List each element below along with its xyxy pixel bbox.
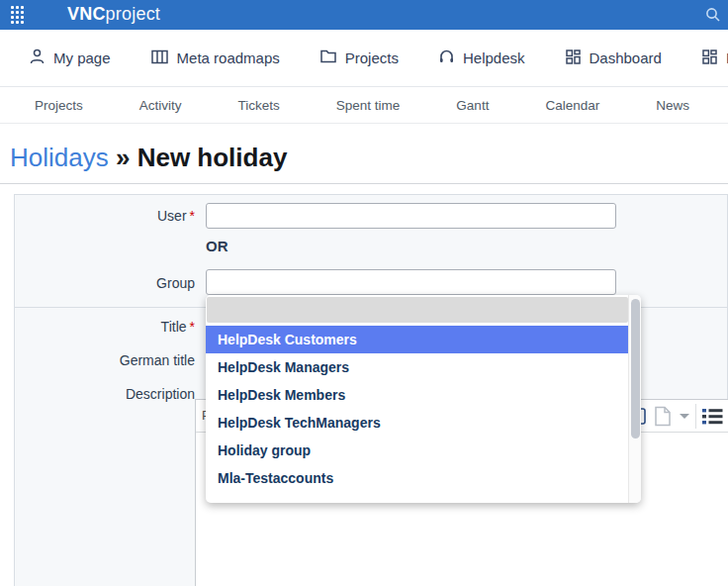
nav-item-dashboard[interactable]: Dashboard bbox=[566, 49, 662, 67]
subnav-item-spent-time[interactable]: Spent time bbox=[336, 98, 401, 113]
nav-item-my-page[interactable]: My page bbox=[30, 49, 111, 67]
nav-item-label: Projects bbox=[345, 49, 399, 66]
or-label: OR bbox=[206, 238, 228, 254]
sub-nav: Projects Activity Tickets Spent time Gan… bbox=[0, 87, 728, 124]
user-icon bbox=[30, 49, 45, 67]
user-label: User* bbox=[14, 208, 195, 224]
search-icon[interactable] bbox=[705, 7, 721, 27]
scrollbar-thumb[interactable] bbox=[631, 299, 640, 439]
nav-item-helpdesk[interactable]: Helpdesk bbox=[439, 49, 525, 67]
nav-item-pm[interactable]: PM bbox=[702, 49, 728, 67]
top-bar: VNCproject bbox=[0, 0, 728, 30]
unordered-list-icon[interactable] bbox=[702, 408, 723, 429]
page-title: New holiday bbox=[137, 143, 288, 172]
dropdown-option-selected[interactable]: HelpDesk Customers bbox=[206, 326, 629, 353]
main-nav: My page Meta roadmaps Projects Helpdesk … bbox=[0, 30, 728, 87]
nav-item-label: Dashboard bbox=[590, 49, 662, 66]
description-label: Description bbox=[14, 386, 195, 402]
logo-bold: VNC bbox=[67, 4, 106, 24]
dropdown-option[interactable]: Mla-Testaccounts bbox=[206, 464, 629, 492]
german-title-label: German title bbox=[14, 352, 195, 368]
map-icon bbox=[151, 49, 168, 67]
subnav-item-news[interactable]: News bbox=[656, 98, 689, 113]
subnav-item-gantt[interactable]: Gantt bbox=[456, 98, 489, 113]
chevron-down-icon[interactable] bbox=[680, 414, 689, 419]
heading-divider bbox=[0, 183, 728, 184]
dashboard-grid-icon bbox=[566, 49, 581, 67]
dropdown-scrollbar[interactable] bbox=[628, 295, 641, 503]
dropdown-option[interactable]: HelpDesk Managers bbox=[206, 353, 629, 381]
nav-item-label: Helpdesk bbox=[463, 49, 525, 66]
breadcrumb: Holidays » New holiday bbox=[10, 143, 287, 173]
folder-icon bbox=[320, 49, 336, 66]
required-marker: * bbox=[190, 208, 195, 224]
nav-item-meta-roadmaps[interactable]: Meta roadmaps bbox=[151, 49, 280, 67]
group-dropdown-menu: HelpDesk Customers HelpDesk Managers Hel… bbox=[206, 295, 641, 503]
user-input[interactable] bbox=[206, 203, 616, 229]
breadcrumb-separator: » bbox=[109, 143, 137, 172]
dropdown-option[interactable]: Holiday group bbox=[206, 437, 629, 464]
breadcrumb-holidays-link[interactable]: Holidays bbox=[10, 143, 109, 172]
nav-item-projects[interactable]: Projects bbox=[320, 49, 399, 66]
group-input[interactable] bbox=[206, 269, 616, 295]
group-label: Group bbox=[14, 275, 195, 291]
dropdown-option[interactable]: HelpDesk TechManagers bbox=[206, 409, 629, 437]
title-label: Title* bbox=[14, 319, 195, 335]
new-page-icon[interactable] bbox=[654, 406, 672, 431]
nav-item-label: My page bbox=[53, 49, 111, 66]
subnav-item-activity[interactable]: Activity bbox=[139, 98, 182, 113]
subnav-item-tickets[interactable]: Tickets bbox=[238, 98, 280, 113]
headset-icon bbox=[439, 49, 454, 67]
apps-grid-icon[interactable] bbox=[11, 6, 25, 25]
toolbar-divider bbox=[695, 404, 696, 429]
app-logo[interactable]: VNCproject bbox=[67, 4, 160, 25]
subnav-item-calendar[interactable]: Calendar bbox=[545, 98, 599, 113]
required-marker: * bbox=[190, 319, 195, 335]
nav-item-label: Meta roadmaps bbox=[177, 49, 280, 66]
subnav-item-projects[interactable]: Projects bbox=[35, 98, 83, 113]
pm-grid-icon bbox=[702, 49, 717, 67]
dropdown-option[interactable]: HelpDesk Members bbox=[206, 381, 629, 409]
logo-light: project bbox=[106, 4, 160, 24]
dropdown-option-empty[interactable] bbox=[207, 297, 628, 323]
